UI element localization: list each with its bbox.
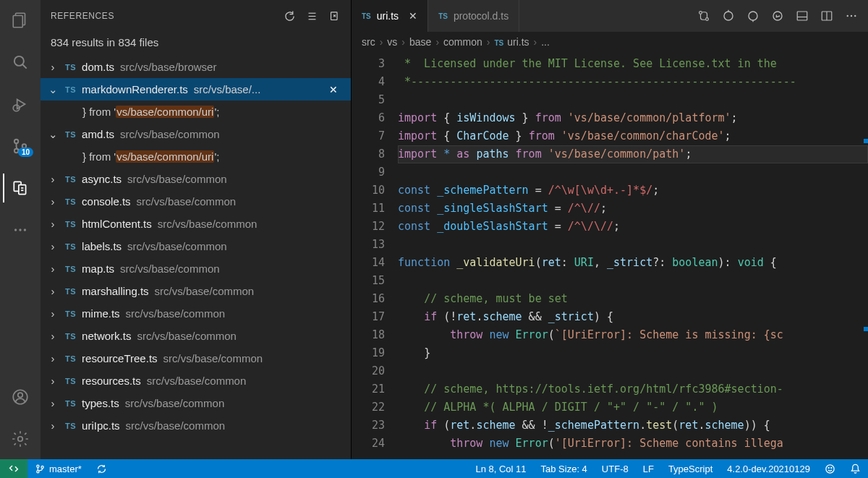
code-line[interactable]: *---------------------------------------…	[398, 73, 868, 91]
close-icon[interactable]: ✕	[409, 10, 417, 22]
code-line[interactable]: // ALPHA *( ALPHA / DIGIT / "+" / "-" / …	[398, 398, 868, 417]
results-list[interactable]: ›TSdom.tssrc/vs/base/browser⌄TSmarkdownR…	[41, 56, 351, 459]
code-line[interactable]: * Licensed under the MIT License. See Li…	[398, 55, 868, 73]
result-file[interactable]: ›TSmap.tssrc/vs/base/common	[41, 257, 351, 280]
sync-icon[interactable]	[89, 459, 114, 478]
result-file[interactable]: ›TSresourceTree.tssrc/vs/base/common	[41, 347, 351, 370]
result-file[interactable]: ›TSnetwork.tssrc/vs/base/common	[41, 325, 351, 347]
feedback-icon[interactable]	[817, 459, 843, 478]
clear-icon[interactable]	[328, 10, 341, 22]
scm-icon[interactable]: 10	[3, 132, 38, 161]
encoding[interactable]: UTF-8	[595, 459, 636, 478]
breadcrumb-item[interactable]: TSuri.ts	[494, 36, 529, 48]
code-line[interactable]	[398, 236, 868, 254]
result-file[interactable]: ›TSmime.tssrc/vs/base/common	[41, 302, 351, 325]
references-icon[interactable]	[3, 174, 38, 202]
account-icon[interactable]	[3, 383, 38, 411]
code-line[interactable]: // scheme, must be set	[398, 290, 868, 308]
code-content[interactable]: * Licensed under the MIT License. See Li…	[398, 52, 868, 459]
breadcrumb-item[interactable]: ...	[541, 36, 550, 48]
chevron-right-icon[interactable]: ›	[46, 61, 59, 73]
explorer-icon[interactable]	[3, 6, 38, 35]
result-match[interactable]: } from 'vs/base/common/uri';	[41, 145, 351, 168]
split-editor-icon[interactable]	[820, 9, 833, 22]
tab-protocol[interactable]: TS protocol.d.ts	[428, 0, 519, 32]
code-line[interactable]: import * as paths from 'vs/base/common/p…	[398, 145, 868, 163]
more-icon[interactable]	[3, 215, 38, 244]
breadcrumbs[interactable]: src›vs›base›common›TSuri.ts›...	[352, 32, 868, 52]
code-line[interactable]: // scheme, https://tools.ietf.org/html/r…	[398, 380, 868, 398]
result-file[interactable]: ⌄TSamd.tssrc/vs/base/common	[41, 123, 351, 145]
breadcrumb-item[interactable]: base	[409, 36, 431, 48]
settings-icon[interactable]	[3, 424, 38, 453]
line-col[interactable]: Ln 8, Col 11	[468, 459, 533, 478]
chevron-right-icon[interactable]: ›	[46, 218, 59, 230]
chevron-right-icon[interactable]: ›	[46, 195, 59, 208]
code-line[interactable]: const _singleSlashStart = /^\//;	[398, 200, 868, 218]
chevron-down-icon[interactable]: ⌄	[46, 83, 59, 96]
result-match[interactable]: } from 'vs/base/common/uri';	[41, 101, 351, 123]
debug-icon[interactable]	[3, 90, 38, 119]
code-line[interactable]: if (!ret.scheme && _strict) {	[398, 308, 868, 326]
code-line[interactable]: throw new Error('[UriError]: Scheme cont…	[398, 435, 868, 453]
chevron-right-icon[interactable]: ›	[46, 263, 59, 275]
chevron-right-icon[interactable]: ›	[46, 240, 59, 252]
file-name: resourceTree.ts	[82, 352, 157, 364]
result-file[interactable]: ›TShtmlContent.tssrc/vs/base/common	[41, 213, 351, 235]
refresh-icon[interactable]	[284, 10, 296, 22]
code-line[interactable]	[398, 272, 868, 290]
chevron-right-icon[interactable]: ›	[46, 285, 59, 297]
code-line[interactable]	[398, 163, 868, 182]
result-file[interactable]: ›TSdom.tssrc/vs/base/browser	[41, 56, 351, 78]
toggle-panel-icon[interactable]	[796, 9, 809, 22]
result-file[interactable]: ›TSmarshalling.tssrc/vs/base/common	[41, 280, 351, 302]
code-line[interactable]: if (ret.scheme && !_schemePattern.test(r…	[398, 417, 868, 435]
result-file[interactable]: ›TStypes.tssrc/vs/base/common	[41, 392, 351, 414]
code-line[interactable]	[398, 362, 868, 380]
svg-point-18	[18, 437, 23, 442]
breadcrumb-item[interactable]: vs	[387, 36, 397, 48]
chevron-right-icon[interactable]: ›	[46, 307, 59, 320]
result-file[interactable]: ›TSlabels.tssrc/vs/base/common	[41, 235, 351, 257]
breadcrumb-item[interactable]: common	[443, 36, 482, 48]
result-file[interactable]: ›TSasync.tssrc/vs/base/common	[41, 168, 351, 190]
code-line[interactable]: const _doubleSlashStart = /^\/\//;	[398, 218, 868, 236]
chevron-right-icon[interactable]: ›	[46, 330, 59, 342]
branch-indicator[interactable]: master*	[27, 459, 89, 478]
revert-icon[interactable]	[771, 9, 784, 22]
chevron-right-icon[interactable]: ›	[46, 397, 59, 409]
code-line[interactable]: const _schemePattern = /^\w[\w\d+.-]*$/;	[398, 182, 868, 200]
code-line[interactable]: import { isWindows } from 'vs/base/commo…	[398, 109, 868, 127]
result-file[interactable]: ›TSuriIpc.tssrc/vs/base/common	[41, 414, 351, 437]
close-icon[interactable]: ✕	[329, 84, 345, 95]
remote-icon[interactable]	[0, 459, 27, 478]
chevron-right-icon[interactable]: ›	[46, 419, 59, 432]
chevron-right-icon[interactable]: ›	[46, 352, 59, 364]
chevron-right-icon[interactable]: ›	[46, 173, 59, 185]
ts-version[interactable]: 4.2.0-dev.20210129	[720, 459, 817, 478]
code-line[interactable]: }	[398, 344, 868, 362]
code-line[interactable]	[398, 91, 868, 109]
match-text: } from 'vs/base/common/uri';	[82, 106, 219, 118]
code-line[interactable]: throw new Error(`[UriError]: Scheme is m…	[398, 326, 868, 344]
nav-next-icon[interactable]	[746, 9, 760, 22]
code-line[interactable]: import { CharCode } from 'vs/base/common…	[398, 127, 868, 145]
breadcrumb-item[interactable]: src	[362, 36, 375, 48]
result-file[interactable]: ›TSconsole.tssrc/vs/base/common	[41, 190, 351, 213]
result-file[interactable]: ›TSresources.tssrc/vs/base/common	[41, 370, 351, 392]
eol[interactable]: LF	[636, 459, 661, 478]
code-line[interactable]: function _validateUri(ret: URI, _strict?…	[398, 254, 868, 272]
more-actions-icon[interactable]	[845, 9, 858, 22]
chevron-down-icon[interactable]: ⌄	[46, 128, 59, 141]
tab-size[interactable]: Tab Size: 4	[534, 459, 595, 478]
tab-uri[interactable]: TS uri.ts ✕	[352, 0, 428, 32]
chevron-right-icon[interactable]: ›	[46, 375, 59, 387]
language-mode[interactable]: TypeScript	[661, 459, 720, 478]
collapse-all-icon[interactable]	[306, 10, 318, 22]
search-icon[interactable]	[3, 48, 38, 77]
nav-prev-icon[interactable]	[722, 9, 735, 22]
result-file[interactable]: ⌄TSmarkdownRenderer.tssrc/vs/base/...✕	[41, 78, 351, 101]
notifications-icon[interactable]	[843, 459, 868, 478]
code-editor[interactable]: 3456789101112131415161718192021222324 * …	[352, 52, 868, 459]
compare-icon[interactable]	[697, 9, 710, 22]
